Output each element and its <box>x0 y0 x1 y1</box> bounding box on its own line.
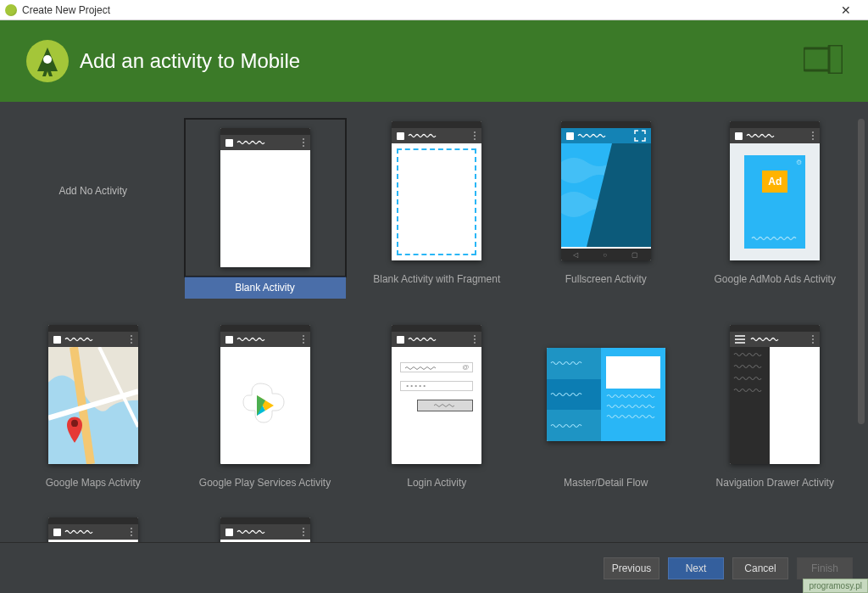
login-submit-thumb <box>417 400 473 411</box>
hamburger-icon <box>735 335 745 344</box>
svg-point-1 <box>43 55 52 64</box>
ad-badge: Ad <box>762 171 787 193</box>
window-titlebar: Create New Project ✕ <box>0 0 868 20</box>
activity-card-master-detail[interactable]: Master/Detail Flow <box>528 322 684 494</box>
app-icon <box>225 529 233 536</box>
app-icon <box>397 336 404 344</box>
squiggle-icon <box>751 235 798 242</box>
activity-card-extra-1[interactable] <box>15 517 171 542</box>
overflow-icon <box>473 131 476 140</box>
scrollbar[interactable] <box>858 119 865 424</box>
app-icon <box>397 132 404 140</box>
activity-label: Google Maps Activity <box>46 472 141 494</box>
next-button[interactable]: Next <box>668 557 724 579</box>
at-icon: @ <box>462 363 469 371</box>
activity-card-fullscreen[interactable]: ◁○▢ Fullscreen Activity <box>528 119 684 299</box>
overflow-icon <box>302 335 305 344</box>
squiggle-icon <box>577 132 606 139</box>
activity-card-blank[interactable]: Blank Activity <box>185 119 346 299</box>
finish-button: Finish <box>797 557 853 579</box>
activity-label: Google AdMob Ads Activity <box>715 268 836 290</box>
app-icon <box>566 132 574 140</box>
activity-label: Navigation Drawer Activity <box>716 472 834 494</box>
svg-point-6 <box>71 420 78 427</box>
activity-label: Google Play Services Activity <box>199 472 331 494</box>
google-play-icon <box>240 380 291 431</box>
squiggle-icon <box>746 132 775 139</box>
activity-label: Master/Detail Flow <box>564 472 648 494</box>
activity-card-extra-2[interactable] <box>185 517 346 542</box>
activity-label: Blank Activity with Fragment <box>373 268 500 290</box>
app-icon <box>225 139 233 147</box>
activity-card-play-services[interactable]: Google Play Services Activity <box>185 322 346 494</box>
watermark: programosy.pl <box>803 579 868 593</box>
app-icon <box>225 336 233 344</box>
cancel-button[interactable]: Cancel <box>732 557 788 579</box>
activity-label: Blank Activity <box>185 277 346 299</box>
squiggle-icon <box>236 336 265 343</box>
overflow-icon <box>130 335 133 344</box>
wizard-footer: Previous Next Cancel Finish <box>0 542 868 593</box>
activity-label: Fullscreen Activity <box>565 268 647 290</box>
squiggle-icon <box>236 139 265 146</box>
squiggle-icon <box>408 336 437 343</box>
overflow-icon <box>811 131 815 140</box>
activity-card-nav-drawer[interactable]: Navigation Drawer Activity <box>698 322 854 494</box>
overflow-icon <box>811 335 815 344</box>
activity-gallery: Add No Activity Blank Activity <box>0 102 868 542</box>
activity-card-fragment[interactable]: Blank Activity with Fragment <box>359 119 515 299</box>
window-title: Create New Project <box>22 4 829 16</box>
nav-bar-icon: ◁○▢ <box>561 249 651 260</box>
svg-rect-3 <box>829 45 843 74</box>
overflow-icon <box>302 528 305 536</box>
squiggle-icon <box>404 366 438 371</box>
app-icon <box>53 336 61 344</box>
activity-card-none[interactable]: Add No Activity <box>15 119 171 299</box>
squiggle-icon <box>236 529 265 535</box>
squiggle-icon <box>64 336 93 343</box>
activity-card-admob[interactable]: ⚙ Ad Google AdMob Ads Activity <box>698 119 854 299</box>
overflow-icon <box>130 528 133 536</box>
app-icon <box>53 529 61 536</box>
overflow-icon <box>473 335 476 344</box>
android-studio-logo-icon <box>25 39 70 83</box>
gear-icon: ⚙ <box>796 159 802 166</box>
squiggle-icon <box>750 336 779 343</box>
device-form-factor-icon <box>804 45 843 77</box>
page-title: Add an activity to Mobile <box>80 49 804 73</box>
activity-label: Login Activity <box>407 472 466 494</box>
squiggle-icon <box>64 529 93 535</box>
activity-label: Add No Activity <box>58 185 127 197</box>
android-studio-icon <box>5 4 17 16</box>
squiggle-icon <box>408 132 437 139</box>
overflow-icon <box>302 138 305 147</box>
previous-button[interactable]: Previous <box>604 557 659 579</box>
wizard-header: Add an activity to Mobile <box>0 20 868 102</box>
app-icon <box>735 132 743 140</box>
activity-card-login[interactable]: @ • • • • • Login Activity <box>359 322 515 494</box>
close-icon[interactable]: ✕ <box>829 2 863 19</box>
expand-icon <box>634 130 646 142</box>
activity-card-maps[interactable]: Google Maps Activity <box>15 322 171 494</box>
